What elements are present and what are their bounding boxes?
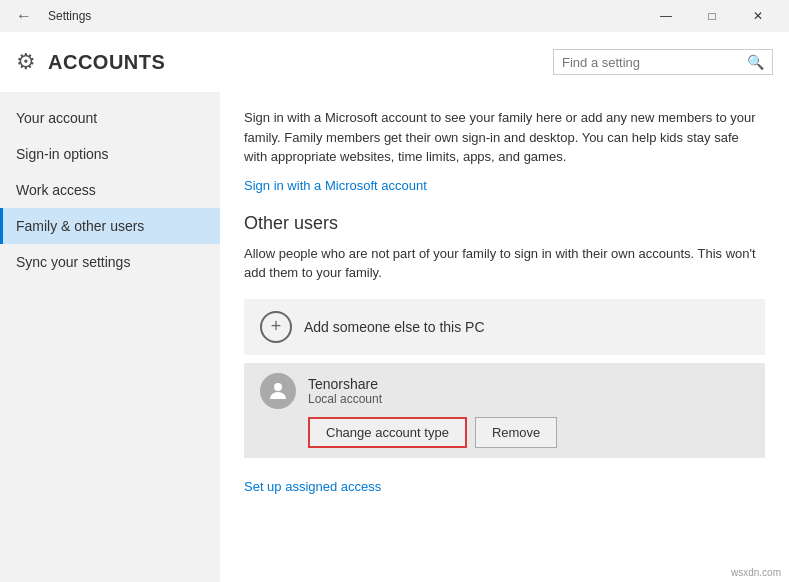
add-user-label: Add someone else to this PC xyxy=(304,319,485,335)
remove-button[interactable]: Remove xyxy=(475,417,557,448)
user-account-type: Local account xyxy=(308,392,382,406)
page-title: ACCOUNTS xyxy=(48,51,541,74)
family-description: Sign in with a Microsoft account to see … xyxy=(244,108,765,167)
titlebar-title: Settings xyxy=(48,9,91,23)
watermark: wsxdn.com xyxy=(731,567,781,578)
maximize-button[interactable]: □ xyxy=(689,0,735,32)
avatar xyxy=(260,373,296,409)
user-row: Tenorshare Local account Change account … xyxy=(244,363,765,458)
back-icon: ← xyxy=(16,7,32,25)
search-box[interactable]: 🔍 xyxy=(553,49,773,75)
assigned-access-link[interactable]: Set up assigned access xyxy=(244,479,381,494)
search-input[interactable] xyxy=(562,55,741,70)
other-users-desc: Allow people who are not part of your fa… xyxy=(244,244,765,283)
titlebar-controls: — □ ✕ xyxy=(643,0,781,32)
other-users-title: Other users xyxy=(244,213,765,234)
ms-account-link[interactable]: Sign in with a Microsoft account xyxy=(244,178,427,193)
sidebar-item-your-account[interactable]: Your account xyxy=(0,100,220,136)
app-header: ⚙ ACCOUNTS 🔍 xyxy=(0,32,789,92)
change-account-type-button[interactable]: Change account type xyxy=(308,417,467,448)
titlebar-left: ← Settings xyxy=(8,0,91,32)
content-area: Sign in with a Microsoft account to see … xyxy=(220,92,789,582)
sidebar: Your account Sign-in options Work access… xyxy=(0,92,220,582)
add-user-icon: + xyxy=(260,311,292,343)
sidebar-item-sync-settings[interactable]: Sync your settings xyxy=(0,244,220,280)
app-shell: ⚙ ACCOUNTS 🔍 Your account Sign-in option… xyxy=(0,32,789,582)
sidebar-item-work-access[interactable]: Work access xyxy=(0,172,220,208)
user-info: Tenorshare Local account xyxy=(308,376,382,406)
accounts-icon: ⚙ xyxy=(16,49,36,75)
minimize-button[interactable]: — xyxy=(643,0,689,32)
svg-point-0 xyxy=(274,383,282,391)
back-button[interactable]: ← xyxy=(8,0,40,32)
assigned-access-section: Set up assigned access xyxy=(244,478,765,494)
main-content: Your account Sign-in options Work access… xyxy=(0,92,789,582)
titlebar: ← Settings — □ ✕ xyxy=(0,0,789,32)
search-icon: 🔍 xyxy=(747,54,764,70)
close-button[interactable]: ✕ xyxy=(735,0,781,32)
add-user-row[interactable]: + Add someone else to this PC xyxy=(244,299,765,355)
sidebar-item-signin-options[interactable]: Sign-in options xyxy=(0,136,220,172)
user-row-top: Tenorshare Local account xyxy=(260,373,749,409)
user-row-buttons: Change account type Remove xyxy=(260,417,749,448)
user-name: Tenorshare xyxy=(308,376,382,392)
sidebar-item-family-other-users[interactable]: Family & other users xyxy=(0,208,220,244)
